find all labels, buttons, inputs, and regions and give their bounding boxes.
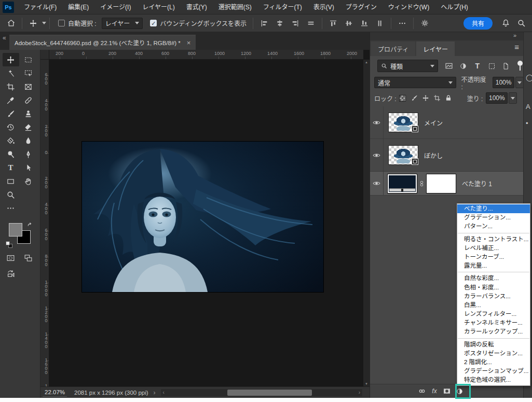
edit-in-app-button[interactable]	[3, 267, 19, 280]
clone-stamp-tool[interactable]	[20, 107, 37, 120]
filter-adjustment-layers-icon[interactable]	[457, 60, 470, 72]
gradient-tool[interactable]	[3, 134, 19, 147]
align-center-horizontal-icon[interactable]	[272, 17, 288, 30]
path-selection-tool[interactable]	[20, 161, 37, 174]
add-layer-mask-icon[interactable]	[441, 385, 453, 397]
scroll-right-icon[interactable]: ›	[359, 389, 360, 396]
notifications-bell-icon[interactable]	[498, 17, 513, 30]
distribute-horizontal-icon[interactable]	[303, 17, 319, 30]
layer-thumbnail[interactable]	[389, 146, 418, 164]
layer-name[interactable]: メイン	[424, 118, 443, 127]
vertical-scrollbar[interactable]: ▲ ▼	[363, 60, 370, 386]
filter-type-dropdown[interactable]: 種類	[377, 60, 438, 72]
document-tab[interactable]: AdobeStock_644746960.psd @ 22.1% (べた塗り 1…	[9, 35, 196, 50]
blend-mode-dropdown[interactable]: 通常	[374, 77, 456, 88]
more-options-icon[interactable]	[394, 17, 410, 30]
screen-mode-button[interactable]	[20, 251, 37, 265]
marquee-tool[interactable]	[20, 53, 37, 66]
context-menu-item[interactable]: レンズフィルター...	[457, 310, 530, 318]
fill-chevron[interactable]	[509, 92, 517, 104]
close-icon[interactable]: ×	[187, 39, 191, 47]
distribute-vertical-icon[interactable]	[372, 17, 388, 30]
filter-pixel-layers-icon[interactable]	[442, 60, 455, 72]
lock-artboard-icon[interactable]	[432, 93, 442, 103]
context-menu-item[interactable]: カラーバランス...	[457, 292, 530, 301]
scroll-left-icon[interactable]: ‹	[163, 389, 165, 396]
align-top-icon[interactable]	[325, 17, 341, 30]
visibility-eye-icon[interactable]	[370, 106, 384, 138]
menubar-item[interactable]: プラグイン	[340, 0, 383, 15]
collapsed-panel-icon[interactable]: A	[526, 103, 530, 110]
shape-tool[interactable]	[3, 174, 19, 188]
menubar-item[interactable]: ヘルプ(H)	[435, 0, 474, 15]
align-bottom-icon[interactable]	[357, 17, 372, 30]
default-colors-icon[interactable]	[6, 241, 12, 248]
move-tool-icon[interactable]	[25, 17, 41, 30]
context-menu-item[interactable]: グラデーション...	[457, 213, 530, 222]
panel-menu-icon[interactable]: ≡	[514, 43, 519, 51]
layer-mask-thumbnail[interactable]	[427, 174, 456, 193]
fill-value[interactable]: 100%	[486, 92, 508, 104]
healing-brush-tool[interactable]	[20, 93, 37, 107]
filter-type-layers-icon[interactable]: T	[471, 60, 484, 72]
context-menu-item[interactable]: べた塗り...	[457, 204, 530, 213]
gear-icon[interactable]	[417, 17, 432, 30]
more-tools[interactable]	[3, 201, 19, 215]
collapsed-panel-icon[interactable]: ◯	[526, 74, 532, 81]
context-menu-item[interactable]: ポスタリゼーション...	[457, 349, 530, 358]
horizontal-scrollbar[interactable]: ‹ ›	[161, 389, 362, 396]
layer-name[interactable]: べた塗り 1	[462, 179, 492, 188]
tool-preset-chevron[interactable]	[42, 22, 46, 24]
context-menu-item[interactable]: 自然な彩度...	[457, 274, 530, 283]
object-selection-tool[interactable]	[20, 66, 37, 80]
lasso-tool[interactable]	[3, 66, 19, 80]
frame-tool[interactable]	[20, 80, 37, 93]
context-menu-item[interactable]: カラールックアップ...	[457, 327, 530, 336]
context-menu-item[interactable]: 特定色域の選択...	[457, 376, 530, 384]
eraser-tool[interactable]	[20, 120, 37, 134]
menubar-item[interactable]: レイヤー(L)	[137, 0, 180, 15]
layer-name[interactable]: ぼかし	[424, 151, 443, 160]
canvas-image[interactable]	[82, 142, 323, 292]
tab-properties[interactable]: プロパティ	[371, 41, 415, 56]
layer-thumbnail[interactable]	[389, 113, 418, 132]
layer-row-blur[interactable]: ぼかし	[370, 139, 524, 172]
opacity-chevron[interactable]	[515, 77, 524, 88]
layer-row-solid-fill[interactable]: べた塗り 1	[370, 172, 524, 196]
scroll-down-icon[interactable]: ▼	[363, 381, 370, 386]
menubar-item[interactable]: 表示(V)	[308, 0, 340, 15]
context-menu-item[interactable]: パターン...	[457, 222, 530, 231]
share-button[interactable]: 共有	[463, 17, 493, 30]
scrollbar-thumb[interactable]	[227, 390, 312, 396]
ruler-origin-corner[interactable]	[40, 50, 49, 60]
hand-tool[interactable]	[20, 174, 37, 188]
blur-tool[interactable]	[20, 134, 37, 147]
move-tool[interactable]	[3, 53, 19, 66]
auto-select-dropdown[interactable]: レイヤー	[102, 18, 143, 29]
menubar-item[interactable]: イメージ(I)	[94, 0, 137, 15]
layer-row-main[interactable]: メイン	[370, 106, 524, 139]
lock-pixels-icon[interactable]	[409, 93, 419, 103]
mask-link-icon[interactable]	[419, 180, 425, 187]
swap-colors-icon[interactable]	[27, 222, 34, 229]
horizontal-ruler[interactable]: 2000200400600800100012001400160018002000…	[49, 50, 363, 60]
filter-smart-objects-icon[interactable]	[499, 60, 512, 72]
menubar-item[interactable]: ウィンドウ(W)	[383, 0, 435, 15]
filter-shape-layers-icon[interactable]	[485, 60, 498, 72]
canvas-area[interactable]: 2000200400600800100012001400160018002000…	[40, 50, 370, 398]
context-menu-item[interactable]: 2 階調化...	[457, 358, 530, 367]
menubar-item[interactable]: 選択範囲(S)	[213, 0, 257, 15]
quick-mask-mode-button[interactable]	[3, 251, 19, 265]
context-menu-item[interactable]: 色相・彩度...	[457, 283, 530, 292]
context-menu-item[interactable]: グラデーションマップ...	[457, 367, 530, 376]
layer-styles-fx-icon[interactable]: fx	[428, 385, 441, 397]
type-tool[interactable]: T	[3, 161, 19, 174]
lock-all-icon[interactable]	[443, 93, 454, 103]
menubar-item[interactable]: 編集(E)	[62, 0, 94, 15]
zoom-tool[interactable]	[3, 188, 19, 201]
filter-toggle-switch[interactable]	[516, 60, 524, 72]
crop-tool[interactable]	[3, 80, 19, 93]
bounding-box-checkbox[interactable]: ✓	[150, 20, 157, 26]
pen-tool[interactable]	[20, 147, 37, 161]
context-menu-item[interactable]: トーンカーブ...	[457, 253, 530, 261]
